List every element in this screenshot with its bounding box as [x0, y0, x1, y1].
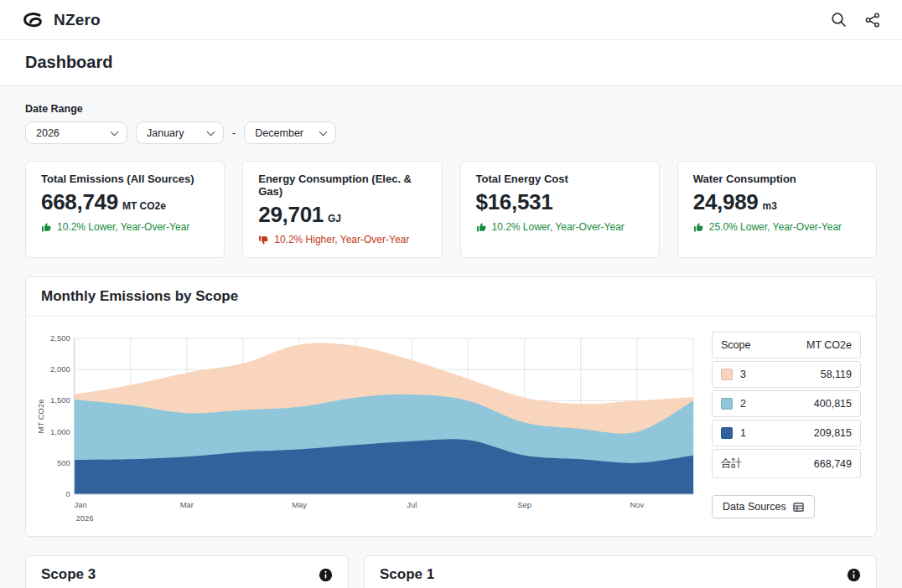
stat-unit: m3: [762, 200, 776, 212]
stat-value: 24,989: [693, 189, 759, 215]
dashboard-content: Date Range 2026 January - December Total…: [0, 86, 902, 588]
end-month-value: December: [255, 127, 303, 139]
legend-row-scope2: 2 400,815: [712, 390, 861, 417]
chart-title: Monthly Emissions by Scope: [41, 288, 238, 304]
stat-card-water-consumption: Water Consumption 24,989 m3 25.0% Lower,…: [677, 161, 877, 258]
scope3-card-title: Scope 3: [41, 566, 96, 583]
page-title: Dashboard: [25, 53, 877, 72]
scope1-card: Scope 1: [364, 555, 877, 588]
chevron-down-icon: [207, 127, 215, 136]
share-icon[interactable]: [865, 13, 880, 28]
stat-value: 668,749: [41, 189, 118, 215]
date-range-section: Date Range 2026 January - December: [25, 103, 877, 144]
scope1-card-title: Scope 1: [380, 566, 434, 583]
stat-trend: 25.0% Lower, Year-Over-Year: [709, 221, 842, 233]
svg-text:Sep: Sep: [517, 500, 531, 509]
svg-text:Nov: Nov: [630, 500, 645, 509]
svg-text:2026: 2026: [76, 513, 94, 523]
legend-header-row: Scope MT CO2e: [712, 332, 861, 358]
legend-label: 合計: [721, 456, 742, 471]
legend-row-scope3: 3 58,119: [712, 361, 861, 388]
stat-title: Total Energy Cost: [476, 173, 644, 185]
search-icon[interactable]: [831, 12, 847, 28]
stat-card-total-emissions: Total Emissions (All Sources) 668,749 MT…: [25, 161, 225, 258]
legend-header-unit: MT CO2e: [806, 339, 852, 351]
topbar: NZero: [0, 0, 902, 40]
scope-cards-row: Scope 3 Scope 1: [25, 555, 877, 588]
chevron-down-icon: [111, 127, 119, 136]
legend-row-total: 合計 668,749: [712, 449, 861, 478]
chevron-down-icon: [319, 127, 328, 136]
info-icon[interactable]: [319, 568, 333, 582]
brand-name: NZero: [54, 11, 101, 29]
stat-unit: GJ: [328, 213, 341, 224]
legend-value: 668,749: [814, 458, 852, 470]
legend-header-scope: Scope: [721, 339, 750, 351]
stat-title: Total Emissions (All Sources): [41, 173, 209, 185]
stat-trend: 10.2% Lower, Year-Over-Year: [57, 221, 189, 233]
end-month-select[interactable]: December: [244, 121, 336, 144]
emissions-chart-area: 05001,0001,5002,0002,500MT CO2eJanMarMay…: [33, 330, 698, 524]
svg-text:Jan: Jan: [75, 500, 87, 509]
legend-value: 209,815: [814, 427, 852, 439]
page-title-bar: Dashboard: [0, 40, 902, 86]
range-separator: -: [232, 126, 236, 139]
svg-text:1,000: 1,000: [50, 427, 70, 436]
legend-label: 1: [740, 427, 746, 439]
info-icon[interactable]: [847, 568, 861, 582]
start-month-value: January: [147, 127, 184, 139]
svg-text:0: 0: [65, 489, 70, 498]
thumbs-up-icon: [41, 222, 52, 233]
thumbs-up-icon: [693, 222, 704, 233]
thumbs-down-icon: [258, 235, 269, 245]
emissions-chart: 05001,0001,5002,0002,500MT CO2eJanMarMay…: [33, 330, 698, 524]
scope2-swatch: [721, 398, 733, 410]
chart-legend-panel: Scope MT CO2e 3 58,119 2 400,815: [712, 330, 861, 524]
legend-row-scope1: 1 209,815: [712, 420, 861, 446]
svg-text:Jul: Jul: [407, 500, 417, 509]
svg-text:2,000: 2,000: [50, 364, 70, 374]
year-select-value: 2026: [36, 127, 60, 139]
nzero-loop-icon: [22, 11, 47, 29]
svg-text:2,500: 2,500: [50, 333, 70, 343]
data-table-icon: [793, 502, 804, 513]
year-select[interactable]: 2026: [25, 121, 127, 144]
legend-value: 58,119: [821, 369, 852, 380]
stat-trend: 10.2% Lower, Year-Over-Year: [492, 221, 625, 233]
stat-card-energy-cost: Total Energy Cost $16,531 10.2% Lower, Y…: [460, 161, 660, 258]
start-month-select[interactable]: January: [136, 121, 224, 144]
svg-text:500: 500: [57, 458, 70, 467]
brand-logo[interactable]: NZero: [22, 11, 101, 29]
scope3-card: Scope 3: [25, 555, 349, 588]
scope1-swatch: [721, 427, 733, 439]
stat-trend: 10.2% Higher, Year-Over-Year: [274, 234, 409, 245]
svg-text:1,500: 1,500: [50, 395, 70, 405]
legend-label: 3: [740, 369, 746, 380]
topbar-actions: [831, 12, 880, 28]
svg-text:MT CO2e: MT CO2e: [36, 400, 45, 434]
stat-title: Energy Consumption (Elec. & Gas): [258, 173, 426, 198]
legend-value: 400,815: [814, 398, 852, 410]
stat-value: 29,701: [258, 202, 324, 228]
date-range-label: Date Range: [25, 103, 877, 115]
stat-value: $16,531: [476, 189, 553, 215]
stat-card-energy-consumption: Energy Consumption (Elec. & Gas) 29,701 …: [242, 161, 442, 258]
data-sources-label: Data Sources: [723, 501, 786, 513]
legend-label: 2: [740, 398, 746, 410]
monthly-emissions-card: Monthly Emissions by Scope 05001,0001,50…: [25, 276, 877, 537]
stat-unit: MT CO2e: [122, 200, 166, 212]
thumbs-up-icon: [476, 222, 487, 233]
stat-title: Water Consumption: [693, 173, 861, 185]
svg-text:May: May: [292, 500, 307, 509]
svg-text:Mar: Mar: [180, 500, 194, 509]
stat-cards-row: Total Emissions (All Sources) 668,749 MT…: [25, 161, 877, 258]
scope3-swatch: [721, 369, 733, 380]
data-sources-button[interactable]: Data Sources: [712, 495, 815, 518]
